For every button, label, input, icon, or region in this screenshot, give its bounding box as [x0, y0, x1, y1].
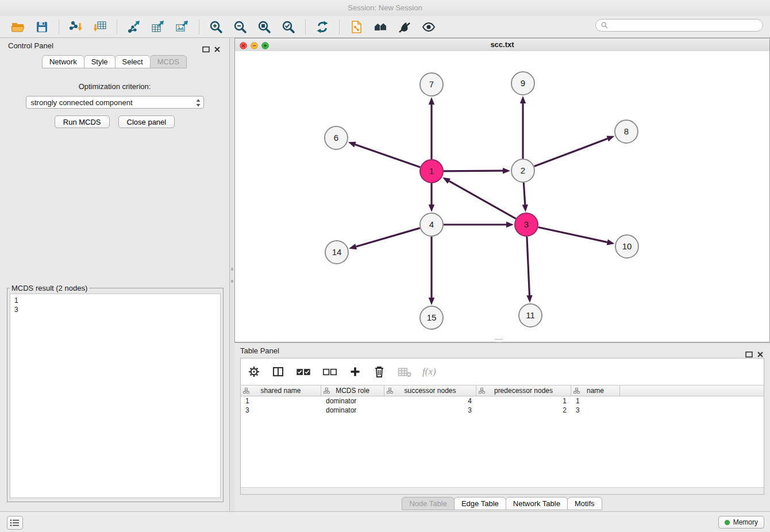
- import-network-icon[interactable]: [68, 19, 84, 35]
- window-title: Session: New Session: [348, 3, 422, 12]
- network-window-titlebar: scc.txt: [235, 38, 769, 52]
- graph-node-6[interactable]: 6: [325, 126, 348, 149]
- add-column-icon[interactable]: [348, 364, 363, 379]
- graph-node-4[interactable]: 4: [420, 213, 443, 236]
- zoom-selected-icon[interactable]: [280, 19, 297, 35]
- table-tab-motifs[interactable]: Motifs: [567, 497, 602, 510]
- table-row[interactable]: 1dominator411: [241, 396, 764, 406]
- zoom-fit-icon[interactable]: [256, 19, 272, 35]
- network-graph[interactable]: 7968124310141511: [235, 51, 769, 342]
- svg-text:7: 7: [429, 79, 434, 89]
- graph-edge-1-2[interactable]: [444, 168, 510, 174]
- apply-layout-icon[interactable]: [314, 19, 330, 35]
- export-table-icon[interactable]: [150, 19, 166, 35]
- list-icon: [10, 519, 20, 527]
- column-header-successor-nodes[interactable]: successor nodes: [384, 385, 476, 396]
- vertical-splitter[interactable]: [230, 38, 234, 511]
- mcds-result-list: 13: [10, 294, 221, 498]
- svg-text:4: 4: [429, 219, 434, 229]
- run-mcds-button[interactable]: Run MCDS: [55, 115, 110, 128]
- control-panel-header: Control Panel: [0, 38, 229, 54]
- show-columns-icon[interactable]: [271, 364, 286, 379]
- tab-select[interactable]: Select: [115, 55, 151, 68]
- home-icon[interactable]: [372, 19, 388, 35]
- graph-edge-3-10[interactable]: [538, 227, 615, 245]
- export-network-icon[interactable]: [126, 19, 142, 35]
- search-box[interactable]: [595, 19, 763, 32]
- table-tab-node-table[interactable]: Node Table: [402, 497, 455, 510]
- graph-node-7[interactable]: 7: [420, 73, 443, 96]
- table-tab-network-table[interactable]: Network Table: [506, 497, 568, 510]
- graph-edge-3-11[interactable]: [526, 237, 532, 303]
- style-brush-icon[interactable]: [396, 19, 413, 35]
- table-toolbar: f(x): [241, 358, 764, 385]
- function-builder-icon: f(x): [422, 366, 436, 377]
- eye-icon[interactable]: [421, 19, 437, 35]
- graph-node-9[interactable]: 9: [511, 72, 534, 95]
- memory-button[interactable]: Memory: [718, 516, 764, 529]
- zoom-in-icon[interactable]: [208, 19, 224, 35]
- status-bar: Memory: [0, 511, 770, 532]
- graph-edge-2-8[interactable]: [534, 136, 615, 167]
- toolbar-separator: [117, 20, 117, 34]
- svg-text:14: 14: [332, 247, 342, 257]
- svg-text:9: 9: [521, 78, 525, 88]
- export-image-icon[interactable]: [174, 19, 190, 35]
- task-history-button[interactable]: [7, 516, 23, 530]
- control-panel-title: Control Panel: [8, 41, 53, 50]
- graph-node-8[interactable]: 8: [615, 120, 638, 143]
- float-table-panel-icon[interactable]: [745, 348, 753, 355]
- graph-edge-2-9[interactable]: [520, 96, 526, 159]
- graph-edge-1-6[interactable]: [348, 142, 420, 167]
- table-row[interactable]: 3dominator323: [241, 406, 764, 415]
- svg-text:15: 15: [427, 313, 437, 322]
- settings-gear-icon[interactable]: [247, 364, 261, 379]
- criterion-selected-value: strongly connected component: [31, 98, 133, 107]
- table-panel: Table Panel: [234, 342, 770, 511]
- graph-node-15[interactable]: 15: [420, 306, 443, 329]
- criterion-select[interactable]: strongly connected component: [26, 96, 204, 109]
- graph-edge-1-7[interactable]: [429, 97, 434, 159]
- graph-edge-4-14[interactable]: [349, 228, 420, 249]
- tab-mcds[interactable]: MCDS: [150, 55, 187, 68]
- delete-row-icon[interactable]: [372, 364, 387, 379]
- table-horizontal-scrollbar[interactable]: [241, 487, 764, 494]
- deselect-all-icon[interactable]: [321, 364, 338, 379]
- close-panel-button[interactable]: Close panel: [118, 115, 175, 128]
- graph-node-2[interactable]: 2: [511, 159, 534, 182]
- graph-node-3[interactable]: 3: [515, 213, 538, 236]
- graph-edge-2-3[interactable]: [522, 183, 528, 212]
- graph-node-10[interactable]: 10: [615, 235, 638, 258]
- graph-edge-1-4[interactable]: [429, 183, 434, 212]
- svg-text:8: 8: [624, 126, 629, 136]
- tab-network[interactable]: Network: [42, 55, 84, 68]
- toolbar-separator: [305, 20, 306, 34]
- graph-node-11[interactable]: 11: [519, 304, 542, 327]
- graph-edge-4-15[interactable]: [429, 237, 434, 305]
- table-frame: f(x) shared nameMCDS rolesuccessor nodes…: [240, 358, 764, 495]
- network-canvas[interactable]: 7968124310141511: [235, 51, 769, 342]
- column-header-shared-name[interactable]: shared name: [241, 385, 321, 396]
- table-panel-header: Table Panel: [234, 343, 770, 359]
- graph-node-14[interactable]: 14: [325, 241, 348, 264]
- close-table-panel-icon[interactable]: [757, 348, 764, 355]
- delete-column-icon: [396, 364, 413, 379]
- column-header-predecessor-nodes[interactable]: predecessor nodes: [476, 385, 571, 396]
- graph-node-1[interactable]: 1: [420, 160, 443, 183]
- select-all-icon[interactable]: [295, 364, 312, 379]
- import-table-icon[interactable]: [92, 19, 108, 35]
- search-input[interactable]: [611, 21, 758, 30]
- open-folder-icon[interactable]: [10, 19, 26, 35]
- graph-edge-4-3[interactable]: [444, 222, 514, 228]
- save-session-icon[interactable]: [34, 19, 50, 35]
- close-panel-icon[interactable]: [214, 43, 221, 50]
- float-panel-icon[interactable]: [202, 43, 210, 50]
- table-tab-edge-table[interactable]: Edge Table: [454, 497, 506, 510]
- column-header-MCDS-role[interactable]: MCDS role: [321, 385, 384, 396]
- network-document-icon[interactable]: [348, 19, 364, 35]
- graph-edge-3-1[interactable]: [442, 178, 516, 219]
- zoom-out-icon[interactable]: [232, 19, 248, 35]
- tab-style[interactable]: Style: [84, 55, 116, 68]
- column-header-name[interactable]: name: [571, 385, 620, 396]
- application-window: Session: New Session: [0, 0, 770, 532]
